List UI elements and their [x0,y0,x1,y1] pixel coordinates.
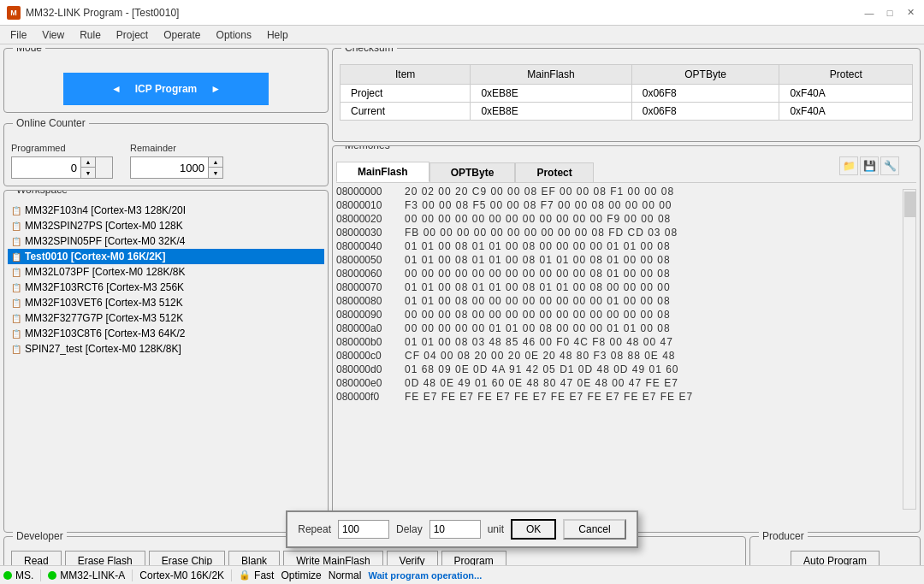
dialog-repeat-label: Repeat [298,523,331,535]
dialog-ok-button[interactable]: OK [511,519,556,540]
dialog-delay-label: Delay [396,523,423,535]
dialog-unit-label: unit [488,523,504,535]
dialog-box: Repeat Delay unit OK Cancel [286,510,637,548]
dialog-repeat-input[interactable] [338,520,389,539]
dialog-cancel-button[interactable]: Cancel [563,519,625,540]
dialog-delay-input[interactable] [429,520,481,539]
dialog-overlay: Repeat Delay unit OK Cancel [0,0,924,584]
